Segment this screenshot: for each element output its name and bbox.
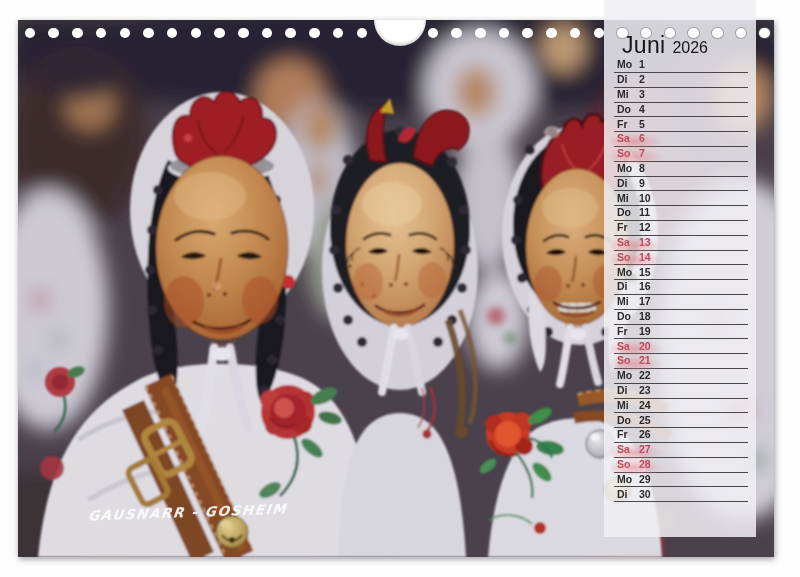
- day-abbr: Mi: [617, 296, 639, 307]
- day-abbr: Di: [617, 178, 639, 189]
- day-number: 29: [639, 474, 651, 485]
- day-abbr: Do: [617, 207, 639, 218]
- day-number: 10: [639, 193, 651, 204]
- calendar-day-row: Mo29: [614, 473, 748, 488]
- day-abbr: Sa: [617, 444, 639, 455]
- calendar-day-row: Mi17: [614, 295, 748, 310]
- binding-hole: [428, 28, 439, 39]
- binding-hole: [25, 28, 36, 39]
- day-abbr: Di: [617, 281, 639, 292]
- calendar-day-row: Di16: [614, 280, 748, 295]
- day-abbr: Mi: [617, 89, 639, 100]
- binding-hole: [120, 28, 131, 39]
- binding-hole: [475, 28, 486, 39]
- calendar-day-row: Mo8: [614, 162, 748, 177]
- day-number: 5: [639, 119, 645, 130]
- day-abbr: Sa: [617, 341, 639, 352]
- calendar-day-row: Di2: [614, 73, 748, 88]
- binding-hole: [191, 28, 202, 39]
- binding-hole: [688, 28, 699, 39]
- day-number: 17: [639, 296, 651, 307]
- binding-hole: [48, 28, 59, 39]
- day-abbr: So: [617, 355, 639, 366]
- day-number: 12: [639, 222, 651, 233]
- calendar-day-row: Mi10: [614, 191, 748, 206]
- day-number: 23: [639, 385, 651, 396]
- day-number: 26: [639, 429, 651, 440]
- calendar-day-row: Mo15: [614, 265, 748, 280]
- day-abbr: Fr: [617, 429, 639, 440]
- day-abbr: So: [617, 459, 639, 470]
- binding-hole: [594, 28, 605, 39]
- day-number: 21: [639, 355, 651, 366]
- day-abbr: Mi: [617, 400, 639, 411]
- day-number: 13: [639, 237, 651, 248]
- calendar-day-row: Do4: [614, 103, 748, 118]
- binding-hole: [570, 28, 581, 39]
- day-abbr: Fr: [617, 222, 639, 233]
- day-abbr: Mo: [617, 267, 639, 278]
- calendar-day-row: So14: [614, 251, 748, 266]
- calendar-page: GAUSNARR - GOSHEIM Juni2026 Mo1Di2Mi3Do4…: [0, 0, 800, 577]
- day-abbr: Mo: [617, 474, 639, 485]
- day-abbr: Sa: [617, 237, 639, 248]
- binding-hole: [357, 28, 368, 39]
- day-number: 22: [639, 370, 651, 381]
- binding-hole: [238, 28, 249, 39]
- binding-hole: [759, 28, 770, 39]
- day-number: 20: [639, 341, 651, 352]
- calendar-day-row: Mo22: [614, 369, 748, 384]
- calendar-day-row: Mi24: [614, 399, 748, 414]
- binding-hole: [451, 28, 462, 39]
- calendar-day-row: Fr12: [614, 221, 748, 236]
- calendar-day-row: Sa20: [614, 339, 748, 354]
- binding-hole: [143, 28, 154, 39]
- day-number: 28: [639, 459, 651, 470]
- day-abbr: Mo: [617, 370, 639, 381]
- day-abbr: Mi: [617, 193, 639, 204]
- calendar-day-row: So28: [614, 458, 748, 473]
- day-abbr: Di: [617, 489, 639, 500]
- day-number: 25: [639, 415, 651, 426]
- day-abbr: Di: [617, 385, 639, 396]
- day-abbr: Di: [617, 74, 639, 85]
- binding-hole: [333, 28, 344, 39]
- binding-hole: [262, 28, 273, 39]
- day-abbr: Do: [617, 104, 639, 115]
- calendar-day-row: Fr26: [614, 428, 748, 443]
- binding-hole: [167, 28, 178, 39]
- day-number: 6: [639, 133, 645, 144]
- day-number: 1: [639, 59, 645, 70]
- calendar-day-row: Sa13: [614, 236, 748, 251]
- day-number: 9: [639, 178, 645, 189]
- day-list: Mo1Di2Mi3Do4Fr5Sa6So7Mo8Di9Mi10Do11Fr12S…: [614, 58, 748, 502]
- binding-hole: [617, 28, 628, 39]
- day-abbr: Fr: [617, 119, 639, 130]
- day-abbr: Mo: [617, 163, 639, 174]
- day-number: 11: [639, 207, 650, 218]
- day-abbr: Mo: [617, 59, 639, 70]
- binding-hole: [712, 28, 723, 39]
- binding-hole: [546, 28, 557, 39]
- calendar-day-row: Sa27: [614, 443, 748, 458]
- binding-hole: [309, 28, 320, 39]
- calendar-day-row: So21: [614, 354, 748, 369]
- calendar-day-row: Fr5: [614, 117, 748, 132]
- binding-hole: [96, 28, 107, 39]
- day-abbr: Do: [617, 311, 639, 322]
- day-number: 24: [639, 400, 651, 411]
- binding-hole: [522, 28, 533, 39]
- day-number: 4: [639, 104, 645, 115]
- binding-hole: [214, 28, 225, 39]
- calendar-day-row: Do25: [614, 413, 748, 428]
- day-number: 19: [639, 326, 651, 337]
- calendar-day-row: So7: [614, 147, 748, 162]
- calendar-day-row: Do11: [614, 206, 748, 221]
- binding-hole: [72, 28, 83, 39]
- day-number: 18: [639, 311, 651, 322]
- day-number: 3: [639, 89, 645, 100]
- calendar-day-row: Mi3: [614, 88, 748, 103]
- day-abbr: Fr: [617, 326, 639, 337]
- day-number: 7: [639, 148, 645, 159]
- binding-hole: [641, 28, 652, 39]
